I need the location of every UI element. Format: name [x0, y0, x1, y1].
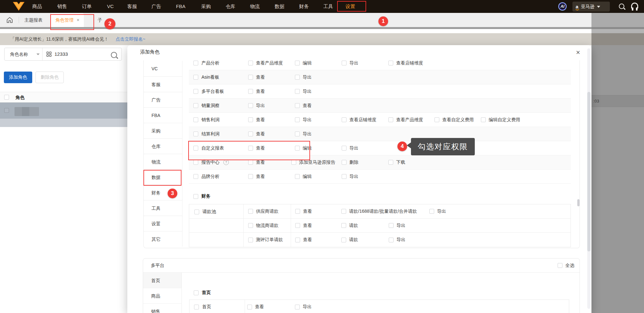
nav-item-数据[interactable]: 数据 — [275, 0, 284, 13]
checkbox-查看[interactable] — [248, 75, 253, 80]
search-input[interactable]: 12333 — [54, 48, 68, 60]
checkbox-请款[interactable] — [341, 223, 346, 228]
checkbox-产品分析[interactable] — [193, 61, 198, 65]
checkbox-查看[interactable] — [295, 103, 300, 108]
perm-sidebar-item-采购[interactable]: 采购 — [143, 123, 182, 138]
checkbox-供应商请款[interactable] — [248, 209, 253, 214]
perm-sidebar-item-FBA[interactable]: FBA — [143, 107, 182, 123]
nav-item-FBA[interactable]: FBA — [176, 0, 185, 13]
nav-item-工具[interactable]: 工具 — [323, 0, 333, 13]
nav-item-设置[interactable]: 设置 — [346, 0, 355, 13]
nav-item-客服[interactable]: 客服 — [127, 0, 137, 13]
checkbox-查看[interactable] — [295, 223, 300, 228]
mp-sidebar-item-销售[interactable]: 销售 — [143, 304, 181, 313]
help-icon[interactable]: ? — [223, 160, 229, 165]
checkbox-编辑[interactable] — [295, 61, 300, 65]
checkbox-查看[interactable] — [295, 209, 300, 214]
delete-role-button[interactable]: 删除角色 — [35, 72, 64, 83]
headset-support-icon[interactable] — [631, 3, 638, 8]
checkbox-查看[interactable] — [248, 89, 253, 94]
checkbox-请款[interactable] — [341, 238, 346, 242]
nav-item-仓库[interactable]: 仓库 — [226, 0, 235, 13]
add-role-button[interactable]: 添加角色 — [4, 72, 32, 83]
checkbox-查看[interactable] — [248, 132, 253, 136]
nav-item-物流[interactable]: 物流 — [250, 0, 260, 13]
checkbox-查看自定义费用[interactable] — [434, 117, 439, 122]
tab-theme-report[interactable]: 主题报表 — [24, 13, 43, 27]
checkbox-查看[interactable] — [295, 238, 300, 242]
tab-sub-account[interactable]: 子 — [98, 13, 102, 27]
brand-fox-logo[interactable] — [13, 2, 24, 12]
checkbox-导出[interactable] — [389, 238, 394, 242]
nav-item-订单[interactable]: 订单 — [82, 0, 92, 13]
checkbox-导出[interactable] — [295, 117, 300, 122]
perm-sidebar-item-广告[interactable]: 广告 — [143, 92, 182, 107]
checkbox-查看[interactable] — [248, 146, 253, 151]
nav-item-VC[interactable]: VC — [107, 0, 114, 13]
checkbox-Asin看板[interactable] — [193, 75, 198, 80]
checkbox-查看店铺维度[interactable] — [388, 61, 393, 65]
checkbox-查看[interactable] — [248, 160, 253, 165]
perm-sidebar-item-仓库[interactable]: 仓库 — [143, 138, 182, 154]
checkbox-查看[interactable] — [248, 174, 253, 179]
mp-sidebar-item-首页[interactable]: 首页 — [143, 273, 181, 288]
checkbox-查看产品维度[interactable] — [388, 117, 393, 122]
checkbox-销量洞察[interactable] — [193, 103, 198, 108]
checkbox-编辑[interactable] — [295, 146, 300, 151]
nav-item-销售[interactable]: 销售 — [57, 0, 67, 13]
checkbox-导出[interactable] — [295, 305, 300, 309]
perm-sidebar-item-财务[interactable]: 财务 — [143, 185, 182, 200]
tab-role-management[interactable]: 角色管理× — [51, 13, 84, 27]
checkbox-查看产品维度[interactable] — [248, 61, 253, 65]
checkbox-导出[interactable] — [295, 75, 300, 80]
perm-sidebar-item-客服[interactable]: 客服 — [143, 76, 182, 92]
perm-sidebar-item-工具[interactable]: 工具 — [143, 200, 182, 216]
close-icon[interactable]: × — [576, 48, 580, 57]
checkbox-首页[interactable] — [194, 305, 199, 309]
checkbox-导出[interactable] — [342, 61, 346, 65]
checkbox-查看[interactable] — [247, 305, 252, 309]
checkbox-删除[interactable] — [342, 160, 346, 165]
close-icon[interactable]: × — [77, 17, 79, 23]
checkbox-测评订单请款[interactable] — [248, 238, 253, 242]
checkbox-编辑[interactable] — [295, 174, 300, 179]
checkbox-请款/1688请款/批量请款/合并请款[interactable] — [341, 209, 346, 214]
nav-item-商品[interactable]: 商品 — [32, 0, 42, 13]
checkbox-自定义报表[interactable] — [193, 146, 198, 151]
ai-assistant-badge[interactable]: AI — [558, 2, 567, 11]
search-icon[interactable] — [619, 4, 624, 10]
checkbox-导出[interactable] — [342, 146, 346, 151]
filter-field-select[interactable]: 角色名称 — [10, 48, 28, 60]
checkbox-导出[interactable] — [342, 174, 346, 179]
perm-sidebar-item-物流[interactable]: 物流 — [143, 154, 182, 169]
checkbox-物流商请款[interactable] — [248, 223, 253, 228]
marketplace-selector[interactable]: a 亚马逊 — [572, 2, 610, 12]
checkbox-多平台看板[interactable] — [193, 89, 198, 94]
select-all-checkbox[interactable] — [4, 95, 9, 100]
mp-sidebar-item-商品[interactable]: 商品 — [143, 288, 181, 304]
checkbox-销售利润[interactable] — [193, 117, 198, 122]
checkbox-报告中心[interactable] — [193, 160, 198, 165]
checkbox-下载[interactable] — [388, 160, 393, 165]
checkbox-编辑自定义费用[interactable] — [481, 117, 486, 122]
home-group-checkbox[interactable] — [194, 290, 199, 295]
checkbox-查看[interactable] — [248, 117, 253, 122]
perm-sidebar-item-数据[interactable]: 数据 — [143, 169, 182, 185]
checkbox-品牌分析[interactable] — [193, 174, 198, 179]
inner-scrollbar-thumb[interactable] — [577, 199, 580, 206]
checkbox-导出[interactable] — [248, 103, 253, 108]
checkbox-导出[interactable] — [295, 89, 300, 94]
finance-group-checkbox[interactable] — [193, 194, 198, 199]
perm-sidebar-item-其它[interactable]: 其它 — [143, 231, 182, 247]
checkbox-添加亚马逊原报告[interactable] — [291, 160, 296, 165]
nav-item-采购[interactable]: 采购 — [201, 0, 211, 13]
checkbox-导出[interactable] — [429, 209, 434, 214]
promo-signup-link[interactable]: 点击立即报名~ — [116, 36, 145, 42]
checkbox-导出[interactable] — [295, 132, 300, 136]
checkbox-结算利润[interactable] — [193, 132, 198, 136]
search-icon[interactable] — [111, 52, 117, 59]
modal-scrollbar-thumb[interactable] — [587, 92, 590, 251]
row-checkbox[interactable] — [4, 108, 9, 113]
role-table-row[interactable] — [0, 103, 127, 119]
home-icon[interactable] — [6, 16, 14, 25]
